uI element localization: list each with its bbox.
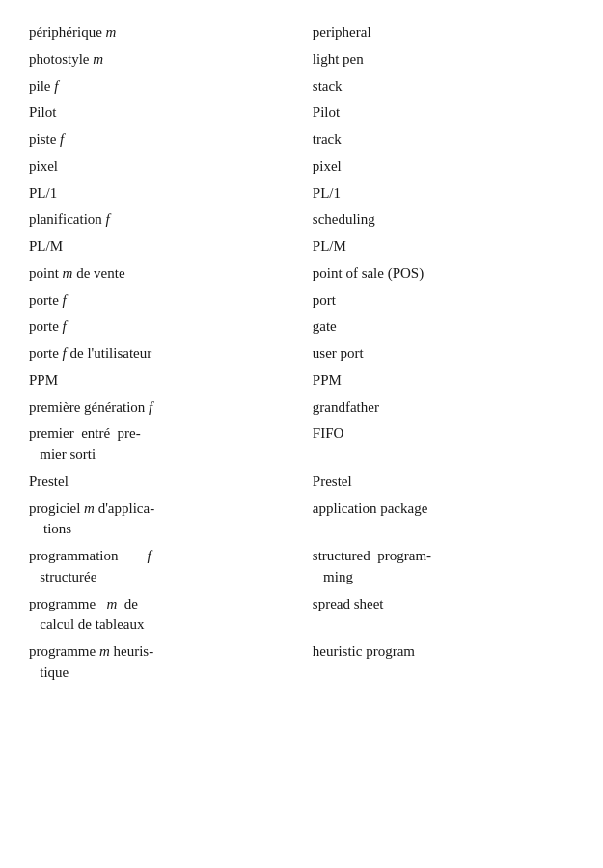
french-term: porte f [29,287,313,314]
english-translation: scheduling [313,206,574,233]
english-translation: gate [313,313,574,340]
table-row: PL/1PL/1 [29,180,574,207]
french-term: PL/M [29,233,313,260]
table-row: pixelpixel [29,153,574,180]
french-term: première génération f [29,394,313,421]
english-translation: track [313,126,574,153]
table-row: PilotPilot [29,99,574,126]
table-row: porte fgate [29,313,574,340]
french-term: périphérique m [29,19,313,46]
french-term: Pilot [29,99,313,126]
english-translation: PPM [313,367,574,394]
table-row: programme m de calcul de tableauxspread … [29,591,574,639]
english-translation: Prestel [313,469,574,496]
french-term: porte f de l'utilisateur [29,340,313,367]
table-row: programme m heuris- tiqueheuristic progr… [29,638,574,687]
english-translation: spread sheet [313,591,574,639]
table-row: pile fstack [29,73,574,100]
french-term: progiciel m d'applica- tions [29,496,313,544]
table-row: PrestelPrestel [29,469,574,496]
table-row: première génération fgrandfather [29,394,574,421]
english-translation: Pilot [313,99,574,126]
french-term: pixel [29,153,313,180]
table-row: PL/MPL/M [29,233,574,260]
french-term: point m de vente [29,260,313,287]
english-translation: application package [313,496,574,544]
french-term: programmation f structurée [29,543,313,591]
french-term: piste f [29,126,313,153]
table-row: programmation f structuréestructured pro… [29,543,574,591]
french-term: photostyle m [29,46,313,73]
english-translation: heuristic program [313,638,574,687]
french-term: programme m heuris- tique [29,638,313,687]
english-translation: structured program- ming [313,543,574,591]
english-translation: point of sale (POS) [313,260,574,287]
english-translation: user port [313,340,574,367]
table-row: porte f de l'utilisateuruser port [29,340,574,367]
english-translation: port [313,287,574,314]
english-translation: PL/1 [313,180,574,207]
french-term: porte f [29,313,313,340]
english-translation: grandfather [313,394,574,421]
english-translation: stack [313,73,574,100]
english-translation: pixel [313,153,574,180]
table-row: photostyle mlight pen [29,46,574,73]
french-term: programme m de calcul de tableaux [29,591,313,639]
table-row: premier entré pre- mier sortiFIFO [29,420,574,469]
english-translation: light pen [313,46,574,73]
table-row: périphérique mperipheral [29,19,574,46]
french-term: premier entré pre- mier sorti [29,420,313,469]
english-translation: PL/M [313,233,574,260]
french-term: PPM [29,367,313,394]
french-term: planification f [29,206,313,233]
english-translation: peripheral [313,19,574,46]
dictionary-table: périphérique mperipheralphotostyle mligh… [29,19,574,687]
french-term: Prestel [29,469,313,496]
table-row: porte fport [29,287,574,314]
table-row: point m de ventepoint of sale (POS) [29,260,574,287]
table-row: piste ftrack [29,126,574,153]
table-row: progiciel m d'applica- tionsapplication … [29,496,574,544]
table-row: PPMPPM [29,367,574,394]
english-translation: FIFO [313,420,574,469]
table-row: planification fscheduling [29,206,574,233]
french-term: pile f [29,73,313,100]
french-term: PL/1 [29,180,313,207]
